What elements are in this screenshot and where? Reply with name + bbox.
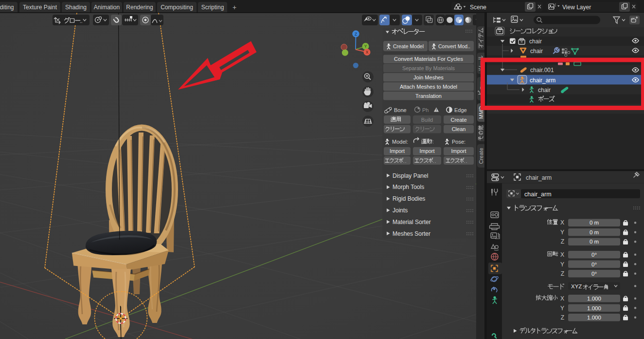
svg-text:Import: Import — [390, 148, 405, 154]
svg-text:Morph Tools: Morph Tools — [393, 184, 424, 190]
svg-text:0°: 0° — [591, 252, 597, 258]
svg-text:Display Panel: Display Panel — [393, 172, 428, 179]
svg-text:chair: chair — [529, 38, 542, 45]
svg-text:0 m: 0 m — [590, 239, 599, 245]
svg-text:0 m: 0 m — [590, 229, 599, 235]
svg-text:Joints: Joints — [393, 207, 408, 214]
svg-text:Material Sorter: Material Sorter — [393, 219, 431, 226]
svg-text:0 m: 0 m — [590, 220, 599, 226]
svg-text:Y: Y — [560, 261, 564, 268]
svg-text:1.000: 1.000 — [587, 315, 601, 320]
svg-text:Join Meshes: Join Meshes — [413, 75, 444, 80]
svg-text:XYZ: XYZ — [571, 283, 582, 289]
svg-text:Build: Build — [421, 117, 433, 123]
svg-text:Model:: Model: — [392, 139, 408, 145]
svg-text:Clean: Clean — [452, 126, 466, 132]
svg-text:Create: Create — [450, 117, 466, 123]
svg-text:Compositing: Compositing — [161, 4, 193, 11]
svg-text:Ph: Ph — [422, 107, 429, 113]
svg-text:UV Editing: UV Editing — [0, 4, 14, 11]
svg-text:Rendering: Rendering — [126, 4, 153, 11]
svg-text:Import: Import — [419, 148, 434, 154]
svg-text:0°: 0° — [591, 262, 597, 267]
svg-text:Z: Z — [561, 238, 564, 245]
svg-text:0°: 0° — [591, 271, 597, 277]
svg-text:Rigid Bodies: Rigid Bodies — [393, 195, 425, 202]
svg-text:Edge: Edge — [454, 107, 467, 113]
svg-text:X: X — [366, 50, 369, 55]
svg-text:Shading: Shading — [65, 4, 87, 11]
svg-text:Create Model: Create Model — [393, 43, 424, 49]
svg-text:chair.001: chair.001 — [530, 67, 554, 74]
svg-text:Import: Import — [451, 148, 466, 154]
svg-text:Scene: Scene — [470, 4, 486, 11]
svg-text:Y: Y — [560, 305, 564, 312]
svg-text:chair: chair — [538, 87, 551, 94]
svg-text:Convert Materials For Cycles: Convert Materials For Cycles — [394, 56, 463, 62]
svg-text:Attach Meshes to Model: Attach Meshes to Model — [400, 84, 457, 90]
svg-text:..: .. — [80, 19, 83, 24]
svg-text:Z: Z — [561, 270, 564, 277]
svg-text:!: ! — [436, 108, 437, 112]
svg-text:chair_arm: chair_arm — [530, 77, 555, 84]
svg-text:1.000: 1.000 — [587, 296, 601, 301]
svg-text:Meshes Sorter: Meshes Sorter — [393, 230, 430, 237]
svg-text:Z: Z — [561, 314, 564, 321]
svg-text:X: X — [560, 251, 564, 258]
svg-text:+: + — [233, 3, 236, 11]
svg-text:chair_arm: chair_arm — [524, 191, 552, 198]
svg-text:1.000: 1.000 — [587, 305, 601, 311]
svg-text:chair_arm: chair_arm — [526, 174, 552, 181]
svg-text:Bone: Bone — [394, 107, 407, 113]
svg-text:Convert Mod..: Convert Mod.. — [438, 43, 470, 49]
svg-text:Scripting: Scripting — [201, 4, 224, 11]
svg-text:X: X — [560, 295, 564, 302]
svg-text:Translation: Translation — [415, 93, 442, 99]
svg-text:Create: Create — [478, 148, 484, 164]
svg-text:Separate By Materials: Separate By Materials — [402, 65, 455, 71]
svg-text:View Layer: View Layer — [562, 4, 591, 11]
svg-text:Y: Y — [560, 229, 564, 236]
svg-text:Y: Y — [364, 44, 367, 49]
svg-text:Pose:: Pose: — [452, 139, 465, 145]
svg-text:Texture Paint: Texture Paint — [23, 4, 57, 11]
svg-text:X: X — [560, 219, 564, 226]
svg-text:Z: Z — [355, 32, 357, 37]
svg-text:chair: chair — [530, 48, 543, 55]
svg-text:Animation: Animation — [94, 4, 120, 11]
